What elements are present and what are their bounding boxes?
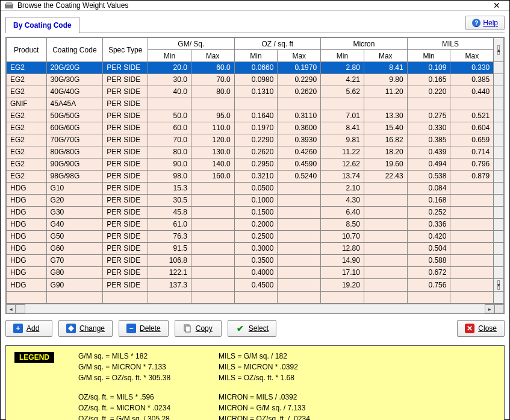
col-group-gm[interactable]: GM/ Sq. [148,38,235,50]
table-row[interactable]: EG298G/98GPER SIDE98.0160.00.32100.52401… [7,171,504,183]
col-coating-code[interactable]: Coating Code [46,38,103,62]
vscroll-track[interactable] [494,195,504,207]
cell-spec: PER SIDE [103,86,148,98]
col-gm-min[interactable]: Min [148,50,191,62]
coating-grid[interactable]: Product Coating Code Spec Type GM/ Sq. O… [6,37,504,304]
vscroll-track[interactable] [494,183,504,195]
hscroll-left[interactable]: ◂ [6,304,16,313]
vscroll-track[interactable] [494,207,504,219]
table-row[interactable]: HDGG50PER SIDE76.30.250010.700.420 [7,231,504,243]
cell-ml_max [450,267,494,279]
vscroll-track[interactable] [494,134,504,146]
window-close-button[interactable]: ✕ [488,1,506,10]
table-row[interactable]: EG260G/60GPER SIDE60.0110.00.19700.36008… [7,122,504,134]
table-row[interactable]: EG280G/80GPER SIDE80.0130.00.26200.42601… [7,146,504,158]
cell-code: G20 [46,195,103,207]
cell-mi_max [364,231,407,243]
cell-mi_max [364,255,407,267]
table-row[interactable]: HDGG10PER SIDE15.30.05002.100.084 [7,183,504,195]
cell-code: G30 [46,207,103,219]
table-row[interactable]: EG290G/90GPER SIDE90.0140.00.29500.45901… [7,158,504,171]
cell-mi_min: 4.30 [321,195,364,207]
hscroll-left2[interactable] [16,304,25,313]
help-button[interactable]: ? Help [465,16,505,30]
vscroll-up[interactable]: ▴ [494,38,504,62]
vscroll-track[interactable] [494,255,504,267]
col-spec-type[interactable]: Spec Type [103,38,148,62]
table-row[interactable]: HDGG40PER SIDE61.00.20008.500.336 [7,219,504,231]
col-mi-max[interactable]: Max [364,50,407,62]
copy-button[interactable]: Copy [175,320,222,337]
table-row[interactable]: HDGG80PER SIDE122.10.400017.100.672 [7,267,504,279]
tab-by-coating-code[interactable]: By Coating Code [5,17,79,33]
cell-spec: PER SIDE [103,158,148,171]
vscroll-track[interactable] [494,122,504,134]
col-oz-min[interactable]: Min [234,50,278,62]
vscroll-track[interactable] [494,267,504,279]
cell-mi_min: 6.40 [321,207,364,219]
cell-gm_min: 98.0 [148,171,191,183]
cell-oz_max: 0.4590 [278,158,321,171]
table-row[interactable]: EG270G/70GPER SIDE70.0120.00.22900.39309… [7,134,504,146]
cell-mi_min: 13.74 [321,171,364,183]
table-row[interactable]: HDGG70PER SIDE106.80.350014.900.588 [7,255,504,267]
cell-oz_max: 0.1970 [278,62,321,74]
change-button[interactable]: Change [58,320,113,337]
cell-code: G50 [46,231,103,243]
hscrollbar[interactable]: ◂ ▸ [6,304,504,313]
table-row[interactable]: HDGG60PER SIDE91.50.300012.800.504 [7,243,504,255]
button-row: + Add Change − Delete Copy ✔ S [5,318,505,342]
hscroll-right[interactable]: ▸ [485,304,494,313]
col-oz-max[interactable]: Max [278,50,321,62]
cell-gm_min: 137.3 [148,279,191,292]
legend-line: OZ/sq. ft. = MILS * .596 [78,393,170,401]
table-row[interactable]: EG240G/40GPER SIDE40.080.00.13100.26205.… [7,86,504,98]
hscroll-track[interactable] [25,304,485,313]
cell-ml_min: 0.439 [407,146,450,158]
col-group-mils[interactable]: MILS [407,38,494,50]
col-group-oz[interactable]: OZ / sq. ft [234,38,321,50]
cell-spec: PER SIDE [103,243,148,255]
vscroll-down[interactable]: ▾ [494,279,504,292]
table-row[interactable]: GNIF45A45APER SIDE [7,98,504,110]
close-button[interactable]: ✕ Close [457,320,505,337]
cell-gm_max: 140.0 [191,158,234,171]
cell-gm_min: 50.0 [148,110,191,122]
vscroll-track[interactable] [494,110,504,122]
cell-ml_max [450,183,494,195]
table-row[interactable]: HDGG30PER SIDE45.80.15006.400.252 [7,207,504,219]
col-ml-max[interactable]: Max [450,50,494,62]
vscroll-track[interactable] [494,62,504,74]
col-ml-min[interactable]: Min [407,50,450,62]
vscroll-track[interactable] [494,231,504,243]
legend-line [219,384,310,390]
col-group-micron[interactable]: Micron [321,38,408,50]
app-window: Browse the Coating Weight Values ✕ By Co… [0,0,510,420]
vscroll-track[interactable] [494,74,504,86]
vscroll-track[interactable] [494,158,504,171]
table-row[interactable]: EG220G/20GPER SIDE20.060.00.06600.19702.… [7,62,504,74]
col-gm-max[interactable]: Max [191,50,234,62]
vscroll-track[interactable] [494,219,504,231]
vscroll-track[interactable] [494,243,504,255]
delete-button[interactable]: − Delete [119,320,169,337]
table-row[interactable]: EG250G/50GPER SIDE50.095.00.16400.31107.… [7,110,504,122]
vscroll-track[interactable] [494,171,504,183]
select-button[interactable]: ✔ Select [228,320,276,337]
check-icon: ✔ [235,324,245,333]
cell-gm_max: 70.0 [191,74,234,86]
cell-ml_max [450,243,494,255]
add-button[interactable]: + Add [5,320,52,337]
cell-oz_max [278,267,321,279]
cell-gm_max [191,255,234,267]
vscroll-track[interactable] [494,98,504,110]
cell-code: G80 [46,267,103,279]
col-product[interactable]: Product [7,38,47,62]
table-row[interactable]: HDGG20PER SIDE30.50.10004.300.168 [7,195,504,207]
table-row[interactable]: EG230G/30GPER SIDE30.070.00.09800.22904.… [7,74,504,86]
cell-oz_max: 0.3110 [278,110,321,122]
vscroll-track[interactable] [494,86,504,98]
vscroll-track[interactable] [494,146,504,158]
col-mi-min[interactable]: Min [321,50,364,62]
table-row[interactable]: HDGG90PER SIDE137.30.450019.200.756▾ [7,279,504,292]
